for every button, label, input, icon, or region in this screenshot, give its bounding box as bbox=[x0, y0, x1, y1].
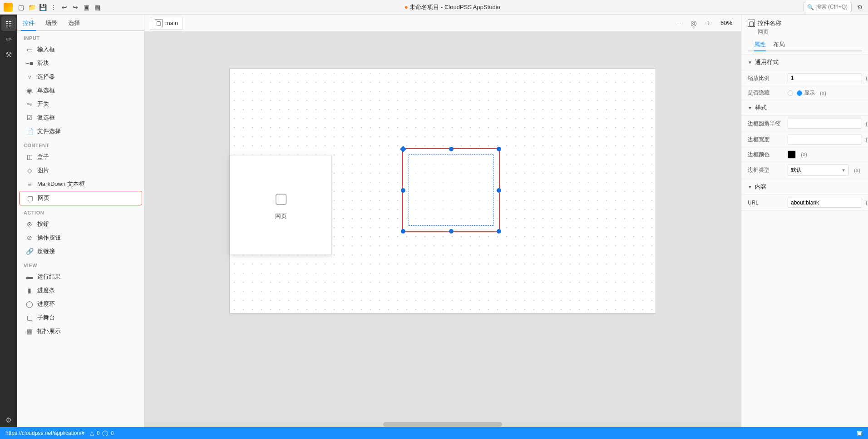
left-panel: 控件 场景 选择 INPUT ▭ 输入框 −■ 滑块 ▿ 选择器 ◉ 单选框 bbox=[17, 15, 144, 427]
handle-top-mid[interactable] bbox=[449, 147, 454, 151]
expand-icon[interactable]: ▣ bbox=[857, 429, 863, 437]
prop-border-width-input[interactable] bbox=[788, 135, 862, 145]
widget-topology[interactable]: ▤ 拓扑展示 bbox=[19, 324, 142, 338]
widget-run-result-label: 运行结果 bbox=[37, 273, 61, 281]
search-box[interactable]: 🔍 搜索 (Ctrl+Q) bbox=[803, 2, 852, 12]
section-view-label: VIEW bbox=[17, 258, 144, 270]
widget-progress-ring[interactable]: ◯ 进度环 bbox=[19, 297, 142, 311]
prop-border-radius-input[interactable] bbox=[788, 119, 862, 129]
widget-switch[interactable]: ⇋ 开关 bbox=[19, 97, 142, 111]
section-content-label: CONTENT bbox=[17, 138, 144, 150]
widget-input-box[interactable]: ▭ 输入框 bbox=[19, 43, 142, 56]
tab-select[interactable]: 选择 bbox=[66, 16, 82, 31]
widget-hyperlink[interactable]: 🔗 超链接 bbox=[19, 244, 142, 258]
undo-icon[interactable]: ↩ bbox=[60, 3, 69, 12]
canvas-inner[interactable]: ▢ 网页 bbox=[229, 68, 656, 314]
canvas-widget-webpage[interactable] bbox=[402, 148, 500, 232]
widget-radio[interactable]: ◉ 单选框 bbox=[19, 84, 142, 97]
widget-file-select[interactable]: 📄 文件选择 bbox=[19, 125, 142, 138]
warning-count: 0 bbox=[97, 430, 99, 436]
right-panel: ▢ 控件名称 网页 属性 布局 ▼ 通用样式 缩放比例 (x) 是否隐藏 bbox=[741, 15, 868, 427]
run-icon[interactable]: ▤ bbox=[93, 3, 102, 12]
prop-scale-input[interactable] bbox=[788, 73, 862, 83]
widget-markdown[interactable]: ≡ MarkDown 文本框 bbox=[19, 177, 142, 191]
window-controls: ⚙ bbox=[855, 3, 864, 12]
icon-bar-settings[interactable]: ⚙ bbox=[1, 413, 16, 427]
handle-bot-left[interactable] bbox=[401, 229, 405, 234]
toolbar-icons: ▢ 📁 💾 ⋮ ↩ ↪ ▣ ▤ bbox=[16, 3, 102, 12]
section-arrow-content: ▼ bbox=[748, 185, 752, 190]
zoom-out-button[interactable]: − bbox=[674, 18, 685, 29]
widget-image[interactable]: ◇ 图片 bbox=[19, 164, 142, 177]
canvas-area: ▢ main − ◎ + 60% ▢ 网页 bbox=[144, 15, 741, 427]
widget-progress-bar[interactable]: ▮ 进度条 bbox=[19, 284, 142, 297]
horizontal-scrollbar[interactable] bbox=[144, 422, 741, 427]
redo-icon[interactable]: ↪ bbox=[71, 3, 80, 12]
topology-icon: ▤ bbox=[25, 327, 34, 335]
radio-hidden[interactable] bbox=[788, 90, 793, 96]
save-icon[interactable]: 💾 bbox=[38, 3, 47, 12]
handle-top-right[interactable] bbox=[497, 147, 501, 151]
widget-selector[interactable]: ▿ 选择器 bbox=[19, 70, 142, 84]
canvas-tab-main[interactable]: ▢ main bbox=[150, 17, 183, 30]
section-arrow-style: ▼ bbox=[748, 105, 752, 110]
section-content[interactable]: ▼ 内容 bbox=[741, 179, 868, 195]
prop-hidden-label: 是否隐藏 bbox=[748, 89, 784, 97]
hyperlink-icon: 🔗 bbox=[25, 247, 34, 255]
section-content-label: 内容 bbox=[755, 183, 767, 191]
widget-run-result[interactable]: ▬ 运行结果 bbox=[19, 270, 142, 284]
switch-icon: ⇋ bbox=[25, 100, 34, 108]
action-button-icon: ⊘ bbox=[25, 234, 34, 242]
prop-border-width: 边框宽度 (x) bbox=[741, 132, 868, 148]
error-icon: ◯ bbox=[102, 430, 108, 436]
section-common-style[interactable]: ▼ 通用样式 bbox=[741, 55, 868, 70]
statusbar: https://cloudpss.net/application/# △ 0 ◯… bbox=[0, 427, 868, 439]
right-tab-properties[interactable]: 属性 bbox=[754, 39, 766, 51]
widget-dashed-border bbox=[409, 155, 493, 226]
canvas-viewport[interactable]: ▢ 网页 bbox=[144, 32, 741, 422]
tab-scenes[interactable]: 场景 bbox=[44, 16, 59, 31]
widget-button[interactable]: ⊗ 按钮 bbox=[19, 217, 142, 231]
handle-mid-right[interactable] bbox=[497, 188, 501, 193]
right-tab-layout[interactable]: 布局 bbox=[773, 39, 785, 51]
radio-show[interactable]: 显示 bbox=[797, 89, 815, 97]
widget-action-button[interactable]: ⊘ 操作按钮 bbox=[19, 231, 142, 244]
settings-icon[interactable]: ⚙ bbox=[855, 3, 864, 12]
folder-icon[interactable]: 📁 bbox=[27, 3, 36, 12]
preview-icon[interactable]: ▣ bbox=[82, 3, 91, 12]
widget-file-select-label: 文件选择 bbox=[37, 127, 61, 135]
border-color-swatch[interactable] bbox=[788, 150, 796, 159]
icon-bar-tool[interactable]: ⚒ bbox=[1, 47, 16, 62]
widget-webpage[interactable]: ▢ 网页 bbox=[19, 191, 142, 205]
tab-controls[interactable]: 控件 bbox=[21, 16, 36, 31]
prop-border-type-select[interactable]: 默认 ▼ bbox=[788, 165, 849, 176]
widget-checkbox[interactable]: ☑ 复选框 bbox=[19, 111, 142, 125]
icon-bar-home[interactable]: ☷ bbox=[1, 16, 16, 31]
widget-sub-stage[interactable]: ▢ 子舞台 bbox=[19, 311, 142, 324]
new-file-icon[interactable]: ▢ bbox=[16, 3, 25, 12]
zoom-fit-button[interactable]: ◎ bbox=[688, 18, 699, 29]
scrollbar-thumb[interactable] bbox=[383, 422, 503, 427]
prop-url-input[interactable] bbox=[788, 198, 862, 208]
icon-bar-edit[interactable]: ✏ bbox=[1, 32, 16, 46]
box-icon: ◫ bbox=[25, 153, 34, 161]
handle-mid-left[interactable] bbox=[401, 188, 405, 193]
prop-hidden-suffix: (x) bbox=[819, 90, 828, 96]
right-panel-header: ▢ 控件名称 网页 属性 布局 bbox=[741, 15, 868, 55]
section-style[interactable]: ▼ 样式 bbox=[741, 100, 868, 116]
widget-slider[interactable]: −■ 滑块 bbox=[19, 56, 142, 70]
section-input-label: INPUT bbox=[17, 31, 144, 43]
zoom-in-button[interactable]: + bbox=[703, 18, 714, 29]
widget-radio-label: 单选框 bbox=[37, 86, 55, 95]
section-arrow-common: ▼ bbox=[748, 60, 752, 65]
handle-bot-mid[interactable] bbox=[449, 229, 454, 234]
prop-border-width-label: 边框宽度 bbox=[748, 136, 784, 144]
image-icon: ◇ bbox=[25, 166, 34, 175]
widget-box[interactable]: ◫ 盒子 bbox=[19, 150, 142, 164]
more-icon[interactable]: ⋮ bbox=[49, 3, 58, 12]
prop-scale-label: 缩放比例 bbox=[748, 75, 784, 82]
handle-bot-right[interactable] bbox=[497, 229, 501, 234]
widget-hyperlink-label: 超链接 bbox=[37, 247, 55, 255]
handle-topleft-diamond[interactable] bbox=[400, 146, 406, 152]
prop-border-radius-label: 边框圆角半径 bbox=[748, 120, 784, 128]
